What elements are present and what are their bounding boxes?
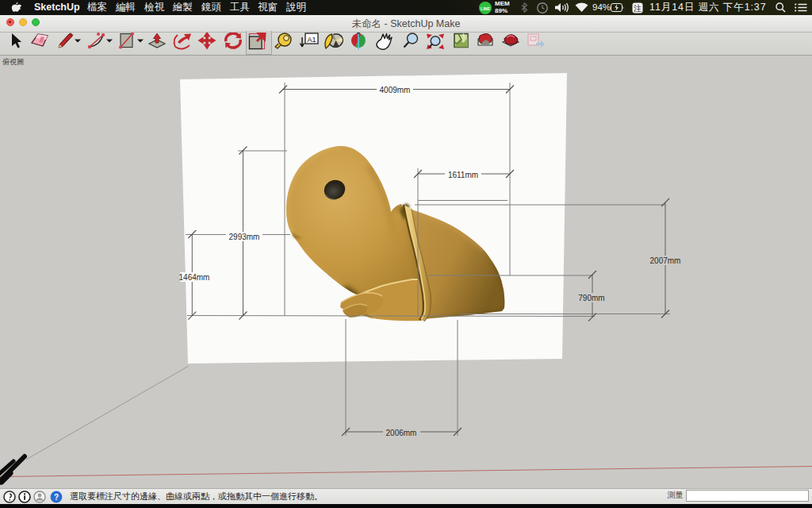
svg-text:4009mm: 4009mm [380,86,411,94]
svg-text:1611mm: 1611mm [448,171,478,179]
svg-text:LINE: LINE [481,6,490,11]
svg-text:1464mm: 1464mm [179,273,210,282]
svg-text:A1: A1 [307,36,316,44]
svg-text:2993mm: 2993mm [229,233,260,241]
svg-text:?: ? [54,493,59,502]
svg-text:2007mm: 2007mm [650,256,681,265]
svg-text:790mm: 790mm [578,294,604,302]
svg-text:注: 注 [634,4,642,13]
svg-text:2006mm: 2006mm [386,429,417,437]
